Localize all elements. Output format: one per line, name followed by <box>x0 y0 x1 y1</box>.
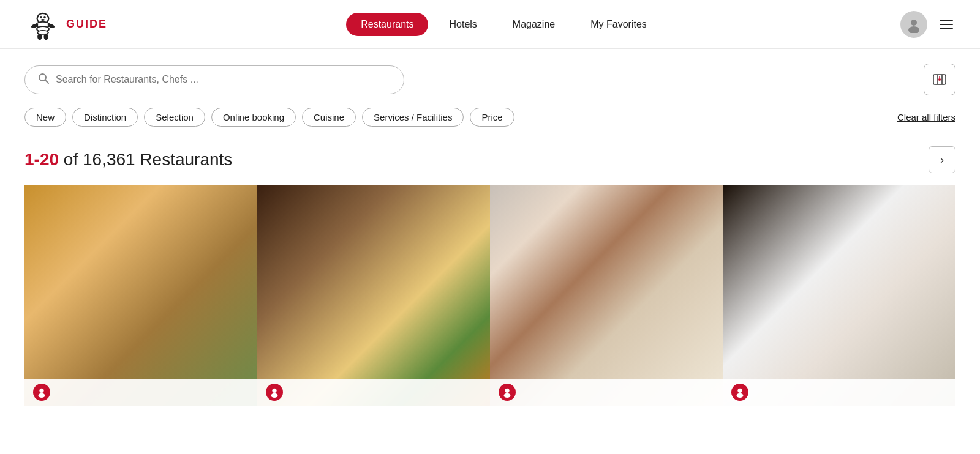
filter-pill-services-facilities[interactable]: Services / Facilities <box>362 108 464 127</box>
filter-pill-selection[interactable]: Selection <box>144 108 205 127</box>
guide-label: GUIDE <box>66 18 107 31</box>
svg-point-22 <box>938 78 941 81</box>
search-section <box>0 49 980 95</box>
search-box[interactable] <box>24 65 404 94</box>
logo[interactable]: GUIDE <box>24 9 107 40</box>
map-icon <box>932 72 948 87</box>
results-count: 1-20 of 16,361 Restaurants <box>24 150 232 169</box>
hamburger-line-1 <box>940 20 953 21</box>
card-image <box>24 185 257 406</box>
svg-point-30 <box>737 389 742 393</box>
results-total-text: of 16,361 Restaurants <box>64 150 233 169</box>
svg-point-26 <box>272 389 276 393</box>
card-badge <box>24 379 257 406</box>
restaurant-card[interactable] <box>257 185 490 406</box>
filter-pill-price[interactable]: Price <box>470 108 514 127</box>
bib-gourmand-icon <box>731 384 748 401</box>
svg-point-25 <box>39 393 45 398</box>
nav-restaurants[interactable]: Restaurants <box>346 13 428 36</box>
map-view-button[interactable] <box>924 64 956 95</box>
michelin-logo-icon <box>24 9 61 40</box>
search-icon <box>37 72 50 87</box>
svg-point-29 <box>504 393 511 398</box>
svg-point-14 <box>43 33 48 39</box>
results-section: 1-20 of 16,361 Restaurants › <box>0 127 980 185</box>
svg-point-15 <box>911 20 917 26</box>
restaurant-card[interactable] <box>723 185 956 406</box>
next-page-button[interactable]: › <box>929 146 956 173</box>
header: GUIDE Restaurants Hotels Magazine My Fav… <box>0 0 980 49</box>
user-avatar[interactable] <box>900 11 927 38</box>
clear-filters-button[interactable]: Clear all filters <box>897 112 956 122</box>
nav-magazine[interactable]: Magazine <box>498 13 570 36</box>
svg-point-31 <box>737 393 744 398</box>
card-badge <box>723 379 956 406</box>
card-image <box>490 185 723 406</box>
svg-point-16 <box>908 26 919 33</box>
bib-gourmand-icon <box>266 384 283 401</box>
svg-line-18 <box>45 80 49 83</box>
svg-point-2 <box>40 15 42 18</box>
nav-my-favorites[interactable]: My Favorites <box>576 13 662 36</box>
filter-section: NewDistinctionSelectionOnline bookingCui… <box>0 95 980 127</box>
main-nav: Restaurants Hotels Magazine My Favorites <box>346 13 662 36</box>
svg-point-24 <box>39 389 43 393</box>
hamburger-menu[interactable] <box>937 17 956 32</box>
filter-pill-cuisine[interactable]: Cuisine <box>302 108 356 127</box>
filter-pill-new[interactable]: New <box>24 108 66 127</box>
restaurant-card[interactable] <box>24 185 257 406</box>
bib-gourmand-icon <box>499 384 516 401</box>
header-icons <box>900 11 956 38</box>
filter-pills: NewDistinctionSelectionOnline bookingCui… <box>24 108 514 127</box>
svg-point-4 <box>41 19 45 21</box>
restaurant-card[interactable] <box>490 185 723 406</box>
svg-point-27 <box>271 393 278 398</box>
results-range-highlight: 1-20 <box>24 150 59 169</box>
cards-grid <box>0 185 980 406</box>
card-image <box>723 185 956 406</box>
bib-gourmand-icon <box>33 384 50 401</box>
next-icon: › <box>940 154 944 166</box>
nav-hotels[interactable]: Hotels <box>434 13 491 36</box>
svg-point-28 <box>505 389 509 393</box>
card-badge <box>490 379 723 406</box>
filter-pill-distinction[interactable]: Distinction <box>72 108 138 127</box>
hamburger-line-3 <box>940 28 953 29</box>
filter-pill-online-booking[interactable]: Online booking <box>211 108 296 127</box>
svg-point-13 <box>37 33 42 39</box>
card-image <box>257 185 490 406</box>
search-input[interactable] <box>56 74 391 85</box>
hamburger-line-2 <box>940 24 953 25</box>
svg-point-3 <box>43 15 46 18</box>
avatar-icon <box>905 16 922 33</box>
card-badge <box>257 379 490 406</box>
